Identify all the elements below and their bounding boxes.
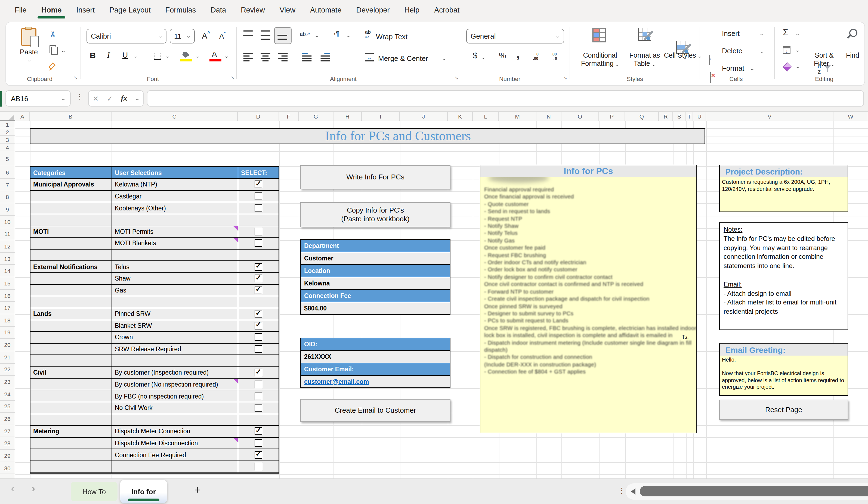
cut-button[interactable]: ✂: [48, 30, 58, 37]
chevron-down-icon[interactable]: ⌄: [61, 49, 66, 53]
clipboard-dialog-launcher-icon[interactable]: ↘: [73, 75, 78, 81]
checkbox-checked[interactable]: ✓: [254, 451, 262, 459]
font-color-bar[interactable]: [209, 59, 221, 61]
chevron-down-icon[interactable]: ⌄: [346, 33, 351, 38]
number-dialog-launcher-icon[interactable]: ↘: [563, 75, 567, 81]
insert-function-icon[interactable]: fx: [121, 94, 127, 103]
create-email-button[interactable]: Create Email to Customer: [300, 399, 451, 422]
column-header-W[interactable]: W: [834, 112, 868, 121]
row-header-15[interactable]: 15: [0, 277, 15, 290]
row-header-26[interactable]: 26: [0, 413, 15, 425]
menu-item-review[interactable]: Review: [241, 6, 265, 14]
sort-filter-button[interactable]: Sort & Filter ⌄: [810, 52, 838, 69]
alignment-dialog-launcher-icon[interactable]: ↘: [454, 75, 458, 81]
fill-color-icon[interactable]: [182, 52, 189, 57]
cell-styles-button[interactable]: Cell Styles ⌄: [662, 52, 703, 60]
prev-sheet-icon[interactable]: ‹: [11, 482, 14, 495]
email-greeting-body[interactable]: Hello,Now that your FortisBC electrical …: [719, 356, 848, 396]
checkbox-checked[interactable]: ✓: [254, 181, 262, 188]
sheet-tab-infofor[interactable]: Info for: [120, 480, 167, 503]
chevron-down-icon[interactable]: ⌄: [759, 49, 765, 54]
font-size-select[interactable]: 11 ⌄: [170, 29, 195, 43]
number-format-select[interactable]: General ⌄: [466, 29, 564, 43]
checkbox-unchecked[interactable]: [254, 439, 262, 447]
row-header-21[interactable]: 21: [0, 351, 15, 364]
name-box[interactable]: AB16 ⌄: [6, 90, 71, 107]
row-header-29[interactable]: 29: [0, 450, 15, 462]
column-header-S[interactable]: S: [673, 112, 686, 121]
menu-item-insert[interactable]: Insert: [76, 6, 95, 14]
menu-item-data[interactable]: Data: [210, 6, 226, 14]
add-sheet-button[interactable]: +: [194, 484, 200, 496]
row-header-12[interactable]: 12: [0, 240, 15, 253]
row-header-16[interactable]: 16: [0, 290, 15, 302]
column-header-P[interactable]: P: [599, 112, 625, 121]
font-color-icon[interactable]: A: [211, 50, 217, 59]
info-panel-body[interactable]: Financial approval requiredOnce financia…: [480, 177, 697, 433]
reset-page-button[interactable]: Reset Page: [719, 400, 848, 420]
row-header-14[interactable]: 14: [0, 265, 15, 277]
checkbox-unchecked[interactable]: [254, 240, 262, 247]
wrap-text-button[interactable]: Wrap Text: [376, 33, 407, 41]
column-header-R[interactable]: R: [659, 112, 673, 121]
align-middle-button[interactable]: [261, 30, 270, 40]
row-header-30[interactable]: 30: [0, 462, 15, 474]
column-header-Q[interactable]: Q: [625, 112, 659, 121]
chevron-down-icon[interactable]: ⌄: [133, 54, 138, 59]
checkbox-unchecked[interactable]: [254, 192, 262, 200]
column-header-I[interactable]: I: [362, 112, 400, 121]
connection-fee-value[interactable]: $804.00: [301, 302, 450, 314]
department-value[interactable]: Customer: [301, 252, 450, 265]
checkbox-unchecked[interactable]: [254, 392, 262, 400]
row-header-22[interactable]: 22: [0, 364, 15, 376]
align-right-button[interactable]: [278, 53, 288, 61]
italic-button[interactable]: I: [107, 51, 110, 60]
row-header-2[interactable]: 2: [0, 128, 15, 136]
write-info-button[interactable]: Write Info For PCs: [300, 165, 451, 189]
underline-button[interactable]: U: [122, 51, 128, 59]
row-header-1[interactable]: 1: [0, 121, 15, 128]
row-header-10[interactable]: 10: [0, 216, 15, 228]
row-header-11[interactable]: 11: [0, 228, 15, 240]
checkbox-unchecked[interactable]: [254, 204, 262, 212]
column-header-U[interactable]: U: [693, 112, 706, 121]
find-select-button[interactable]: Find & Select: [846, 27, 860, 81]
row-header-18[interactable]: 18: [0, 314, 15, 326]
percent-style-button[interactable]: %: [499, 51, 506, 60]
comma-style-button[interactable]: ,: [516, 47, 519, 61]
checkbox-checked[interactable]: ✓: [254, 369, 262, 377]
row-header-27[interactable]: 27: [0, 425, 15, 438]
column-header-H[interactable]: H: [333, 112, 362, 121]
horizontal-scrollbar-thumb[interactable]: [640, 486, 868, 496]
row-header-28[interactable]: 28: [0, 438, 15, 450]
chevron-down-icon[interactable]: ⌄: [134, 96, 140, 101]
row-header-9[interactable]: 9: [0, 203, 15, 216]
column-header-M[interactable]: M: [499, 112, 536, 121]
checkbox-checked[interactable]: ✓: [254, 286, 262, 294]
select-all-corner[interactable]: [9, 115, 14, 119]
row-header-6[interactable]: 6: [0, 166, 15, 179]
sheet-tab-howto[interactable]: How To: [71, 482, 117, 501]
checkbox-checked[interactable]: ✓: [254, 322, 262, 329]
cancel-icon[interactable]: ✕: [93, 94, 99, 103]
chevron-down-icon[interactable]: ⌄: [195, 54, 200, 59]
next-sheet-icon[interactable]: ›: [32, 482, 35, 495]
bold-button[interactable]: B: [90, 51, 96, 60]
chevron-down-icon[interactable]: ⌄: [165, 54, 170, 59]
chevron-down-icon[interactable]: ⌄: [750, 66, 755, 71]
scroll-left-arrow[interactable]: [631, 488, 636, 495]
checkbox-unchecked[interactable]: [254, 228, 262, 235]
menu-item-developer[interactable]: Developer: [356, 6, 390, 14]
chevron-down-icon[interactable]: ⌄: [480, 55, 486, 60]
copy-info-button[interactable]: Copy Info for PC's(Paste into workbook): [300, 202, 451, 227]
chevron-down-icon[interactable]: ⌄: [795, 32, 800, 36]
font-name-select[interactable]: Calibri ⌄: [86, 29, 166, 43]
conditional-formatting-button[interactable]: Conditional Formatting ⌄: [572, 52, 628, 69]
formula-input[interactable]: [147, 90, 864, 107]
row-header-31[interactable]: [0, 474, 15, 479]
column-header-B[interactable]: B: [30, 112, 112, 121]
chevron-down-icon[interactable]: ⌄: [442, 56, 447, 61]
increase-indent-button[interactable]: [320, 53, 330, 61]
orientation-button[interactable]: ab↗: [300, 31, 310, 37]
menu-item-formulas[interactable]: Formulas: [165, 6, 196, 14]
